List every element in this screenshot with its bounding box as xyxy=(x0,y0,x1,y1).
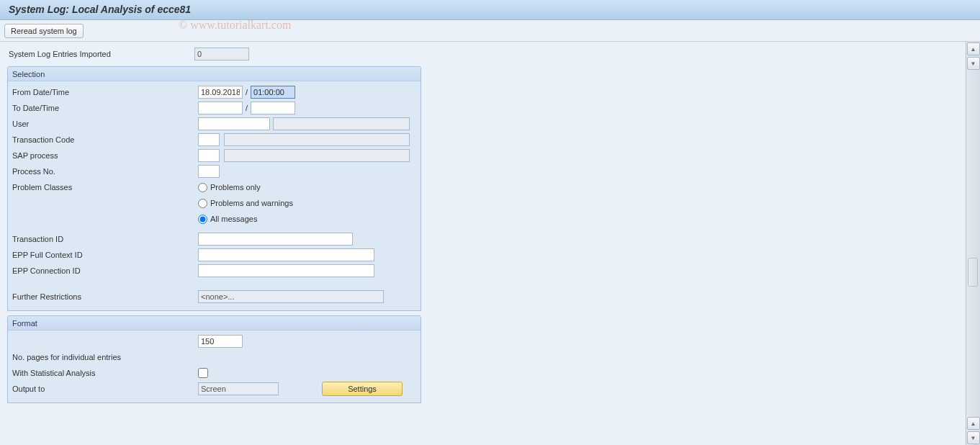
selection-group: Selection From Date/Time / To Date/Time … xyxy=(7,66,421,311)
from-date-time-label: From Date/Time xyxy=(11,88,198,96)
scroll-up-icon[interactable]: ▲ xyxy=(967,42,980,55)
scroll-down-bottom-icon[interactable]: ▼ xyxy=(967,431,980,444)
problem-classes-label: Problem Classes xyxy=(11,183,198,192)
content-area: System Log Entries Imported Selection Fr… xyxy=(0,42,966,445)
output-to-value[interactable] xyxy=(198,382,279,395)
format-header: Format xyxy=(8,316,421,331)
problems-only-label: Problems only xyxy=(210,183,261,192)
epp-connection-id-label: EPP Connection ID xyxy=(11,266,198,275)
to-time-input[interactable] xyxy=(251,102,295,114)
entries-imported-label: System Log Entries Imported xyxy=(7,50,194,58)
date-time-separator: / xyxy=(243,88,251,96)
page-title: System Log: Local Analysis of ecce81 xyxy=(9,4,191,15)
epp-full-context-id-label: EPP Full Context ID xyxy=(11,251,198,259)
statistical-analysis-label: With Statistical Analysis xyxy=(11,369,198,377)
all-messages-label: All messages xyxy=(210,215,257,223)
entries-imported-value xyxy=(194,48,249,60)
output-to-label: Output to xyxy=(11,385,198,393)
reread-system-log-button[interactable]: Reread system log xyxy=(4,24,84,38)
scroll-grip[interactable] xyxy=(968,258,978,287)
further-restrictions-value[interactable] xyxy=(198,290,384,303)
epp-connection-id-input[interactable] xyxy=(198,264,374,277)
transaction-code-input[interactable] xyxy=(198,133,220,146)
user-label: User xyxy=(11,120,198,128)
pages-input[interactable] xyxy=(198,335,243,348)
to-date-time-label: To Date/Time xyxy=(11,104,198,112)
from-date-input[interactable] xyxy=(198,86,243,99)
selection-header: Selection xyxy=(8,67,421,81)
format-body: No. pages for individual entries With St… xyxy=(8,331,421,403)
statistical-analysis-checkbox[interactable] xyxy=(198,368,208,378)
transaction-code-desc xyxy=(224,133,410,146)
settings-button[interactable]: Settings xyxy=(322,382,403,396)
problems-warnings-radio[interactable] xyxy=(198,199,207,208)
sap-process-label: SAP process xyxy=(11,151,198,160)
transaction-id-label: Transaction ID xyxy=(11,235,198,243)
transaction-code-label: Transaction Code xyxy=(11,135,198,144)
date-time-separator: / xyxy=(243,104,251,112)
entries-imported-row: System Log Entries Imported xyxy=(7,46,958,62)
sap-process-input[interactable] xyxy=(198,149,220,162)
title-bar: System Log: Local Analysis of ecce81 xyxy=(0,0,980,20)
problems-only-radio[interactable] xyxy=(198,183,207,192)
user-input[interactable] xyxy=(198,117,270,130)
further-restrictions-label: Further Restrictions xyxy=(11,292,198,301)
scroll-down-icon[interactable]: ▼ xyxy=(967,57,980,70)
vertical-scrollbar[interactable]: ▲ ▼ ▲ ▼ xyxy=(966,42,980,445)
format-group: Format No. pages for individual entries … xyxy=(7,315,421,403)
all-messages-radio[interactable] xyxy=(198,215,207,224)
to-date-input[interactable] xyxy=(198,102,243,114)
user-desc-input xyxy=(273,117,410,130)
scroll-up-bottom-icon[interactable]: ▲ xyxy=(967,417,980,430)
problems-warnings-label: Problems and warnings xyxy=(210,199,293,207)
transaction-id-input[interactable] xyxy=(198,233,353,246)
application-toolbar: Reread system log xyxy=(0,20,980,42)
process-no-input[interactable] xyxy=(198,165,220,178)
sap-process-desc xyxy=(224,149,410,162)
selection-body: From Date/Time / To Date/Time / User Tra… xyxy=(8,81,421,310)
pages-label: No. pages for individual entries xyxy=(11,353,121,361)
process-no-label: Process No. xyxy=(11,167,198,176)
from-time-input[interactable] xyxy=(251,86,295,99)
epp-full-context-id-input[interactable] xyxy=(198,248,374,261)
